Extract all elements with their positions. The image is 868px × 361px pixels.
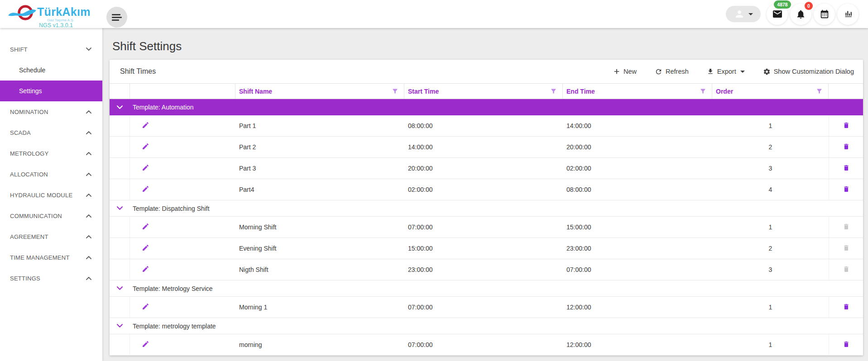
shift-table-body: Template: Automation Part 1 08:00:00 14:… xyxy=(110,99,863,356)
edit-button[interactable] xyxy=(142,142,149,152)
edit-cell xyxy=(130,297,235,318)
panel-title: Shift Times xyxy=(120,67,156,76)
start-time-cell: 23:00:00 xyxy=(404,259,563,280)
sidebar-item-schedule[interactable]: Schedule xyxy=(0,60,102,81)
sidebar-item-hydraulic-module[interactable]: HYDRAULIC MODULE xyxy=(0,185,102,205)
pencil-icon xyxy=(142,265,149,273)
chevron-down-icon[interactable] xyxy=(117,324,123,328)
chevron-up-icon xyxy=(86,214,91,218)
delete-button[interactable] xyxy=(843,122,850,130)
sidebar-item-nomination[interactable]: NOMINATION xyxy=(0,101,102,122)
delete-button[interactable] xyxy=(843,143,850,152)
delete-button[interactable] xyxy=(843,303,850,312)
table-row[interactable]: Nigth Shift 23:00:00 07:00:00 3 xyxy=(110,259,863,280)
edit-button[interactable] xyxy=(142,303,149,312)
plus-icon xyxy=(613,68,620,75)
sidebar-item-settings[interactable]: SETTINGS xyxy=(0,268,102,289)
sidebar-item-settings[interactable]: Settings xyxy=(0,81,102,101)
group-row[interactable]: Template: Dispatching Shift xyxy=(110,200,863,217)
end-time-cell: 02:00:00 xyxy=(563,158,712,179)
table-row[interactable]: Part 2 14:00:00 20:00:00 2 xyxy=(110,137,863,158)
shift-name-cell: Morning 1 xyxy=(235,297,404,318)
chevron-down-icon[interactable] xyxy=(117,206,123,210)
filter-icon[interactable] xyxy=(392,88,398,95)
sidebar-item-shift[interactable]: SHIFT xyxy=(0,39,102,60)
sidebar-item-agreement[interactable]: AGREEMENT xyxy=(0,226,102,247)
edit-button[interactable] xyxy=(142,340,149,349)
column-header-shift-name[interactable]: Shift Name xyxy=(235,84,404,99)
messages-button[interactable]: 4878 xyxy=(767,4,788,25)
sidebar-item-time-management[interactable]: TIME MANAGEMENT xyxy=(0,247,102,268)
reports-button[interactable] xyxy=(837,4,858,25)
group-expand-cell[interactable] xyxy=(110,280,130,296)
delete-button[interactable] xyxy=(843,185,850,194)
brand-tagline: Gaz Taşıma A.Ş. xyxy=(37,18,84,22)
edit-button[interactable] xyxy=(142,223,149,232)
filter-icon[interactable] xyxy=(550,88,557,95)
refresh-button[interactable]: Refresh xyxy=(655,68,689,76)
shift-name-cell: Morning Shift xyxy=(235,217,404,238)
sidebar-item-communication[interactable]: COMMUNICATION xyxy=(0,205,102,226)
group-expand-cell[interactable] xyxy=(110,99,130,115)
edit-button[interactable] xyxy=(142,121,149,130)
delete-cell xyxy=(829,334,863,355)
sidebar-item-label: TIME MANAGEMENT xyxy=(10,254,70,261)
group-expand-cell[interactable] xyxy=(110,318,130,334)
show-customization-dialog-button[interactable]: Show Customization Dialog xyxy=(763,68,854,76)
sidebar-item-label: Settings xyxy=(19,87,42,95)
pencil-icon xyxy=(142,142,149,150)
filter-icon[interactable] xyxy=(700,88,706,95)
chevron-down-icon[interactable] xyxy=(117,286,123,290)
table-row[interactable]: Evening Shift 15:00:00 23:00:00 2 xyxy=(110,238,863,259)
column-header-start-time[interactable]: Start Time xyxy=(404,84,563,99)
edit-button[interactable] xyxy=(142,265,149,274)
order-cell: 2 xyxy=(712,137,829,157)
edit-button[interactable] xyxy=(142,185,149,194)
export-button[interactable]: Export xyxy=(707,68,745,75)
chevron-down-icon[interactable] xyxy=(117,105,123,109)
edit-button[interactable] xyxy=(142,244,149,253)
order-cell: 3 xyxy=(712,259,829,280)
sidebar-item-allocation[interactable]: ALLOCATION xyxy=(0,164,102,185)
trash-icon xyxy=(843,143,850,150)
user-menu-button[interactable] xyxy=(726,6,761,22)
table-row[interactable]: Morning 1 07:00:00 12:00:00 1 xyxy=(110,297,863,318)
table-row[interactable]: Part4 02:00:00 08:00:00 4 xyxy=(110,179,863,200)
shift-name-cell: Part 2 xyxy=(235,137,404,157)
group-expand-cell[interactable] xyxy=(110,200,130,216)
header-delete-cell xyxy=(829,84,863,99)
filter-icon[interactable] xyxy=(816,88,823,95)
group-row[interactable]: Template: metrology template xyxy=(110,318,863,334)
expand-cell xyxy=(110,179,130,200)
calendar-button[interactable] xyxy=(814,4,835,25)
topbar: TürkAkım Gaz Taşıma A.Ş. NGS v1.3.0.1 48… xyxy=(0,0,868,28)
start-time-cell: 07:00:00 xyxy=(404,334,563,355)
order-cell: 1 xyxy=(712,115,829,136)
delete-button[interactable] xyxy=(843,164,850,173)
delete-cell xyxy=(829,259,863,280)
sidebar-item-label: Schedule xyxy=(19,66,45,74)
bar-chart-icon xyxy=(843,9,853,19)
chevron-up-icon xyxy=(86,276,91,280)
column-header-order[interactable]: Order xyxy=(712,84,829,99)
column-header-end-time[interactable]: End Time xyxy=(563,84,712,99)
menu-toggle-button[interactable] xyxy=(106,7,127,28)
delete-button[interactable] xyxy=(843,341,850,349)
sidebar-nav: SHIFT Schedule Settings NOMINATION SCADA… xyxy=(0,28,102,361)
sidebar-item-scada[interactable]: SCADA xyxy=(0,122,102,143)
table-row[interactable]: Morning Shift 07:00:00 15:00:00 1 xyxy=(110,217,863,238)
customize-button-label: Show Customization Dialog xyxy=(774,68,854,75)
notifications-button[interactable]: 0 xyxy=(790,4,811,25)
end-time-cell: 15:00:00 xyxy=(563,217,712,238)
sidebar-item-metrology[interactable]: METROLOGY xyxy=(0,143,102,164)
table-row[interactable]: Part 3 20:00:00 02:00:00 3 xyxy=(110,158,863,179)
group-row[interactable]: Template: Automation xyxy=(110,99,863,115)
table-row[interactable]: Part 1 08:00:00 14:00:00 1 xyxy=(110,115,863,137)
sidebar-item-label: SCADA xyxy=(10,129,31,136)
group-row[interactable]: Template: Metrology Service xyxy=(110,280,863,297)
edit-button[interactable] xyxy=(142,164,149,173)
sidebar-item-label: ALLOCATION xyxy=(10,171,48,178)
new-button[interactable]: New xyxy=(613,68,637,75)
edit-cell xyxy=(130,115,235,136)
table-row[interactable]: morning 07:00:00 12:00:00 1 xyxy=(110,334,863,356)
